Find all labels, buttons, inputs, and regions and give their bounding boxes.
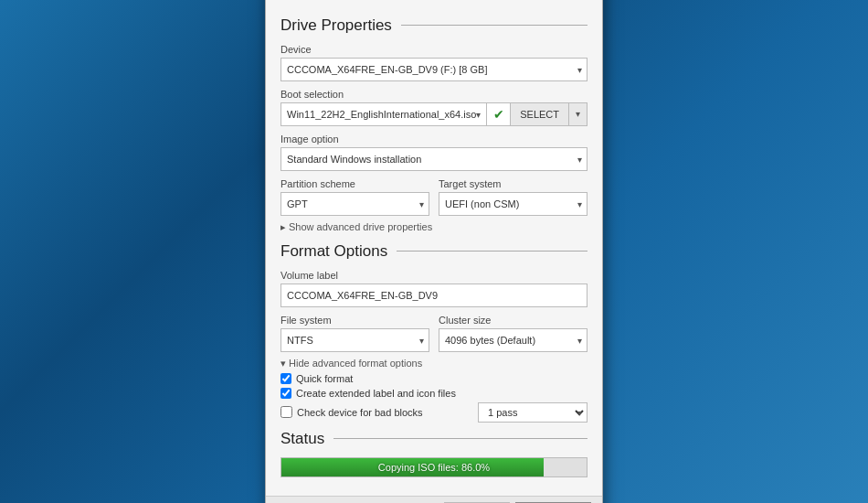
- pass-select-wrapper: 1 pass: [478, 402, 587, 423]
- target-system-wrapper: UEFI (non CSM): [439, 192, 587, 216]
- check-icon: ✔: [486, 102, 510, 126]
- image-option-label: Image option: [281, 134, 587, 144]
- chevron-down-icon: ▾: [281, 358, 286, 369]
- status-header: Status: [281, 430, 587, 448]
- status-divider: [333, 438, 587, 439]
- partition-scheme-select[interactable]: GPT: [281, 192, 429, 216]
- select-button[interactable]: SELECT: [510, 102, 569, 126]
- status-section: Status Copying ISO files: 86.0%: [281, 430, 587, 477]
- partition-scheme-wrapper: GPT: [281, 192, 429, 216]
- show-advanced-label: Show advanced drive properties: [289, 221, 432, 232]
- format-options-divider: [397, 251, 587, 252]
- select-dropdown-button[interactable]: ▾: [569, 102, 587, 126]
- device-select-wrapper: CCCOMA_X64FRE_EN-GB_DV9 (F:) [8 GB]: [281, 58, 587, 81]
- file-system-col: File system NTFS: [281, 307, 429, 352]
- extended-label-row: Create extended label and icon files: [281, 388, 587, 399]
- hide-advanced-link[interactable]: ▾ Hide advanced format options: [281, 358, 587, 369]
- format-options-header: Format Options: [281, 242, 587, 261]
- hide-advanced-label: Hide advanced format options: [289, 358, 422, 369]
- image-option-select[interactable]: Standard Windows installation: [281, 147, 587, 171]
- file-system-select[interactable]: NTFS: [281, 328, 429, 352]
- target-system-select[interactable]: UEFI (non CSM): [439, 192, 587, 216]
- cluster-size-label: Cluster size: [439, 315, 587, 326]
- drive-properties-header: Drive Properties: [281, 16, 587, 35]
- progress-bar-text: Copying ISO files: 86.0%: [281, 458, 587, 476]
- fs-cluster-row: File system NTFS Cluster size 4096 bytes…: [281, 307, 587, 352]
- drive-properties-divider: [401, 25, 587, 26]
- file-system-wrapper: NTFS: [281, 328, 429, 352]
- quick-format-label: Quick format: [296, 373, 353, 384]
- bottom-bar: 🌐 ℹ ≡ ▦ START CANCEL: [266, 496, 602, 504]
- partition-scheme-col: Partition scheme GPT: [281, 171, 429, 216]
- volume-label-label: Volume label: [281, 270, 587, 281]
- chevron-right-icon: ▸: [281, 221, 286, 233]
- drive-properties-title: Drive Properties: [281, 16, 392, 35]
- device-label: Device: [281, 44, 587, 55]
- check-device-row: Check device for bad blocks 1 pass: [281, 402, 587, 423]
- status-title: Status: [281, 430, 324, 448]
- main-window: 🔧 Rufus 3.20.1929 — □ ✕ Drive Properties…: [265, 0, 603, 503]
- cluster-size-col: Cluster size 4096 bytes (Default): [439, 307, 587, 352]
- boot-select-wrapper: [281, 102, 486, 126]
- extended-label-checkbox[interactable]: [281, 388, 291, 399]
- pass-select[interactable]: 1 pass: [478, 402, 587, 423]
- cluster-size-select[interactable]: 4096 bytes (Default): [439, 328, 587, 352]
- content-area: Drive Properties Device CCCOMA_X64FRE_EN…: [266, 0, 602, 496]
- cluster-size-wrapper: 4096 bytes (Default): [439, 328, 587, 352]
- boot-selection-row: ✔ SELECT ▾: [281, 102, 587, 126]
- boot-selection-label: Boot selection: [281, 89, 587, 100]
- quick-format-row: Quick format: [281, 373, 587, 384]
- file-system-label: File system: [281, 315, 429, 326]
- partition-scheme-label: Partition scheme: [281, 178, 429, 189]
- boot-selection-input[interactable]: [281, 102, 486, 126]
- device-select[interactable]: CCCOMA_X64FRE_EN-GB_DV9 (F:) [8 GB]: [281, 58, 587, 81]
- image-option-wrapper: Standard Windows installation: [281, 147, 587, 171]
- partition-target-row: Partition scheme GPT Target system UEFI …: [281, 171, 587, 216]
- show-advanced-link[interactable]: ▸ Show advanced drive properties: [281, 221, 587, 233]
- progress-bar-container: Copying ISO files: 86.0%: [281, 457, 587, 477]
- extended-label-label: Create extended label and icon files: [296, 388, 456, 399]
- check-device-label: Check device for bad blocks: [297, 407, 423, 418]
- check-device-label-wrap: Check device for bad blocks: [281, 406, 478, 418]
- format-options-title: Format Options: [281, 242, 387, 261]
- quick-format-checkbox[interactable]: [281, 373, 291, 384]
- check-device-checkbox[interactable]: [281, 406, 292, 418]
- target-system-label: Target system: [439, 178, 587, 189]
- volume-label-input[interactable]: [281, 284, 587, 307]
- target-system-col: Target system UEFI (non CSM): [439, 171, 587, 216]
